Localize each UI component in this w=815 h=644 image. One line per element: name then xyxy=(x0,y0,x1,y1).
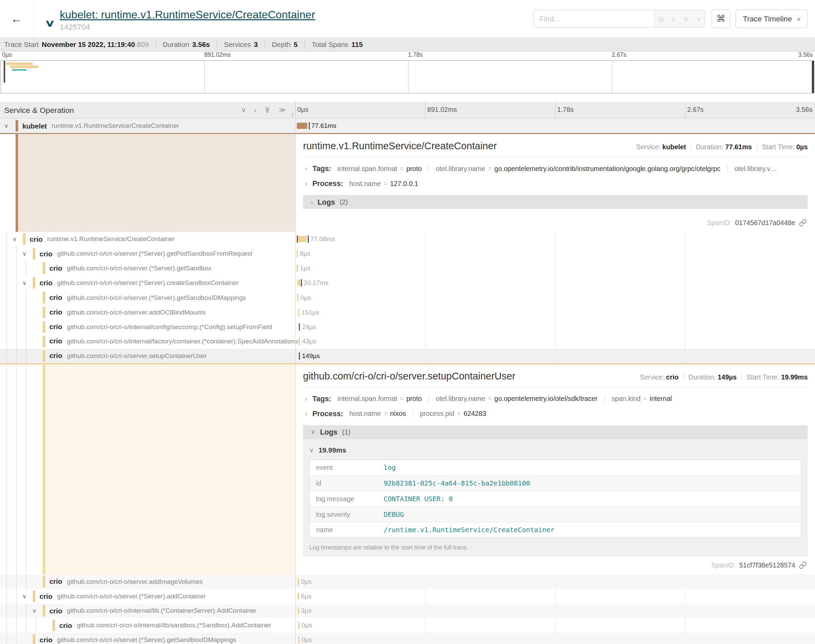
tick-label: 2.67s xyxy=(687,106,704,113)
chevron-down-icon[interactable]: ∨ xyxy=(23,589,26,604)
chevron-down-icon[interactable]: ∨ xyxy=(32,604,37,618)
keyboard-shortcuts-button[interactable]: ⌘ xyxy=(712,9,730,28)
span-bar[interactable] xyxy=(297,265,298,272)
span-bar[interactable] xyxy=(299,352,300,359)
span-bar-cell[interactable]: 149µs xyxy=(295,349,815,363)
span-bar[interactable] xyxy=(298,593,299,600)
span-bar-cell[interactable]: 77.08ms xyxy=(295,232,815,247)
span-row-seccomp-setupfromfield[interactable]: criogithub.com/cri-o/cri-o/internal/conf… xyxy=(0,320,815,334)
service-color-bar xyxy=(33,634,35,644)
span-row-getpodsandboxfromrequest[interactable]: ∨ criogithub.com/cri-o/cri-o/server.(*Se… xyxy=(0,247,815,261)
column-resize-grip[interactable]: ∥ xyxy=(291,112,294,117)
minimap-span xyxy=(6,62,33,65)
span-duration: 0µs xyxy=(301,578,311,585)
back-button[interactable]: ← xyxy=(0,0,34,37)
span-row-specaddannotations[interactable]: criogithub.com/cri-o/cri-o/internal/fact… xyxy=(0,334,815,349)
span-bar-cell[interactable]: 0µs xyxy=(295,633,815,644)
span-bar[interactable] xyxy=(297,294,298,301)
span-bar-cell[interactable]: 24µs xyxy=(295,320,815,334)
logs-accordion[interactable]: ∨ Logs(1) xyxy=(303,425,807,439)
tags-accordion[interactable]: › Tags: internal.span.format=proto otel.… xyxy=(303,394,807,403)
span-bar[interactable] xyxy=(297,123,307,129)
span-duration: 6µs xyxy=(301,593,311,600)
span-row-crio-createcontainer[interactable]: ∨ crioruntime.v1.RuntimeService/CreateCo… xyxy=(0,232,815,247)
span-bar-cell[interactable]: 3µs xyxy=(295,604,815,618)
span-bar-cell[interactable]: 77.61ms xyxy=(295,119,815,133)
span-duration: 77.61ms xyxy=(311,122,336,129)
find-next-icon[interactable]: ∨ xyxy=(680,11,692,27)
chevron-down-icon[interactable]: ∨ xyxy=(23,276,26,290)
span-row-lib-addcontainer[interactable]: ∨ criogithub.com/cri-o/cri-o/internal/li… xyxy=(0,604,815,618)
span-bar-cell[interactable]: 43µs xyxy=(295,334,815,349)
process-accordion[interactable]: › Process: host.name=127.0.0.1 xyxy=(303,179,807,188)
span-row-addocibindmounts[interactable]: criogithub.com/cri-o/cri-o/server.addOCI… xyxy=(0,305,815,320)
span-bar-cell[interactable]: 151µs xyxy=(295,305,815,320)
collapse-one-icon[interactable]: ∨ xyxy=(241,106,246,114)
span-row-addimagevolumes[interactable]: criogithub.com/cri-o/cri-o/server.addIma… xyxy=(0,574,815,589)
span-bar[interactable] xyxy=(298,308,299,316)
table-row: eventlog xyxy=(310,460,801,476)
chevron-right-icon: › xyxy=(311,198,313,205)
span-bar-cell[interactable]: 6µs xyxy=(295,589,815,604)
minimap-span xyxy=(26,66,38,68)
span-bar[interactable] xyxy=(298,622,299,629)
find-clear-icon[interactable]: × xyxy=(692,11,705,27)
span-bar-cell[interactable]: 0µs xyxy=(295,574,815,589)
span-row-getsandboxidmappings-2[interactable]: criogithub.com/cri-o/cri-o/server.(*Serv… xyxy=(0,633,815,644)
detail-left-gutter xyxy=(0,365,295,575)
tick-label: 3.56s xyxy=(796,106,813,113)
detail-accent-block xyxy=(45,365,295,575)
span-row-getsandbox[interactable]: criogithub.com/cri-o/cri-o/server.(*Serv… xyxy=(0,261,815,276)
span-row-sandbox-addcontainer[interactable]: criogithub.com/cri-o/cri-o/internal/lib/… xyxy=(0,618,815,633)
span-bar-cell[interactable]: 1µs xyxy=(295,261,815,276)
chevron-down-icon[interactable]: ∨ xyxy=(23,247,26,261)
span-row-createsandboxcontainer[interactable]: ∨ criogithub.com/cri-o/cri-o/server.(*Se… xyxy=(0,276,815,290)
span-bar-cell[interactable]: 0µs xyxy=(295,290,815,305)
expand-one-icon[interactable]: › xyxy=(254,106,256,114)
expand-all-icon[interactable]: ≫ xyxy=(279,106,286,114)
span-row-kubelet-createcontainer[interactable]: ∨ kubeletruntime.v1.RuntimeService/Creat… xyxy=(0,119,815,133)
link-icon[interactable] xyxy=(799,219,807,227)
trace-minimap[interactable] xyxy=(1,60,815,94)
trace-view-label: Trace Timeline xyxy=(743,15,792,23)
minimap-span xyxy=(10,66,28,68)
span-bar[interactable] xyxy=(299,337,300,345)
find-input[interactable] xyxy=(534,11,654,27)
span-bar[interactable] xyxy=(297,280,300,286)
chevron-down-icon: ∨ xyxy=(311,428,315,435)
logs-accordion[interactable]: › Logs(2) xyxy=(303,195,807,209)
span-bar[interactable] xyxy=(298,578,299,585)
log-entry-accordion[interactable]: ∨ 19.99ms xyxy=(309,446,802,454)
span-row-setupcontaineruser[interactable]: criogithub.com/cri-o/cri-o/server.setupC… xyxy=(0,349,815,363)
span-bar-cell[interactable]: 20.17ms xyxy=(295,276,815,290)
span-bar-cell[interactable]: 0µs xyxy=(295,618,815,633)
command-icon: ⌘ xyxy=(716,13,726,25)
find-focus-icon[interactable]: ◎ xyxy=(655,11,668,27)
chevron-down-icon[interactable]: ∨ xyxy=(4,119,8,133)
span-row-addcontainer[interactable]: ∨ criogithub.com/cri-o/cri-o/server.(*Se… xyxy=(0,589,815,604)
trace-header-collapse-icon[interactable]: ∨ xyxy=(44,17,55,29)
link-icon[interactable] xyxy=(799,561,807,569)
span-tick xyxy=(309,122,310,129)
chevron-down-icon[interactable]: ∨ xyxy=(12,232,17,247)
trace-view-selector[interactable]: Trace Timeline ∨ xyxy=(735,9,807,28)
tags-accordion[interactable]: › Tags: internal.span.format=proto otel.… xyxy=(303,164,807,172)
span-bar[interactable] xyxy=(297,250,298,258)
trace-title-link[interactable]: kubelet: runtime.v1.RuntimeService/Creat… xyxy=(60,8,533,21)
span-bar-cell[interactable]: 8µs xyxy=(295,247,815,261)
minimap-right-scrubber[interactable] xyxy=(812,61,814,93)
process-accordion[interactable]: › Process: host.name=nixos process.pid=6… xyxy=(303,410,807,418)
chevron-down-icon: ∨ xyxy=(309,447,314,454)
span-duration: 0µs xyxy=(302,636,312,644)
minimap-left-scrubber[interactable] xyxy=(4,61,5,83)
find-prev-icon[interactable]: ∧ xyxy=(668,11,680,27)
minimap-gridline xyxy=(204,61,205,93)
detail-left-gutter xyxy=(0,134,295,232)
find-buttons: ◎ ∧ ∨ × xyxy=(654,11,705,27)
span-bar[interactable] xyxy=(298,636,299,644)
span-bar[interactable] xyxy=(298,236,307,242)
span-bar[interactable] xyxy=(299,323,300,330)
collapse-all-icon[interactable]: ≫ xyxy=(263,106,271,113)
span-row-getsandboxidmappings[interactable]: criogithub.com/cri-o/cri-o/server.(*Serv… xyxy=(0,290,815,305)
span-bar[interactable] xyxy=(298,607,299,615)
